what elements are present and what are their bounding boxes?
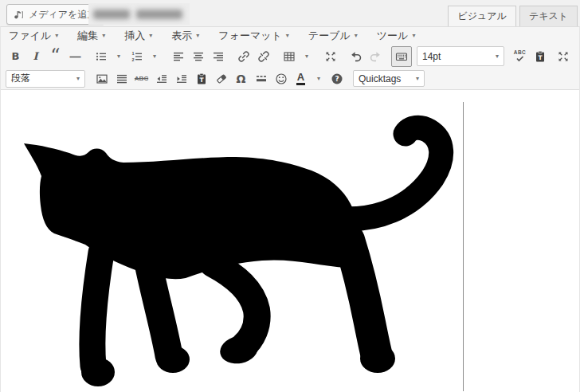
text-color-button[interactable]: A [291,69,311,88]
outdent-button[interactable] [151,69,171,88]
fullscreen-button[interactable] [320,47,340,66]
page-break-icon [255,73,268,85]
menu-table[interactable]: テーブル ▾ [308,29,358,43]
paste-button[interactable]: T [191,69,211,88]
keyboard-icon [395,50,408,63]
remove-format-button[interactable] [211,69,231,88]
editor-mode-tabs: ビジュアル テキスト [448,6,578,26]
omega-icon: Ω [237,73,246,85]
visual-editor: ファイル ▾ 編集 ▾ 挿入 ▾ 表示 ▾ フォーマット ▾ テーブル ▾ ツー… [0,26,580,392]
undo-button[interactable] [346,47,366,66]
table-menu-button[interactable]: ▾ [299,47,315,66]
undo-icon [349,49,362,63]
table-button[interactable] [279,47,299,66]
unlink-button[interactable] [253,47,273,66]
strikethrough-icon: ABC [135,75,148,82]
link-icon [237,50,250,63]
align-left-icon [172,50,185,63]
tab-visual[interactable]: ビジュアル [448,6,515,26]
svg-text:T: T [538,53,543,61]
numbered-list-button[interactable]: 12 [127,47,147,66]
bullet-list-menu-button[interactable]: ▾ [111,47,127,66]
align-right-button[interactable] [208,47,228,66]
media-icon [13,9,25,21]
chevron-down-icon: ▾ [149,33,152,39]
justify-button[interactable] [112,69,131,88]
blurred-text [93,10,130,19]
menu-table-label: テーブル [308,29,351,43]
special-character-button[interactable]: Ω [231,69,251,88]
menu-file-label: ファイル [9,29,51,43]
paste-as-text-button[interactable]: T [530,47,550,66]
strikethrough-button[interactable]: ABC [131,69,151,88]
chevron-down-icon: ▾ [317,76,320,82]
toolbar-row-2: 段落 ▾ ABC [1,68,579,90]
text-color-menu-button[interactable]: ▾ [311,69,327,88]
chevron-down-icon: ▾ [305,53,308,60]
bullet-list-icon [95,50,108,63]
cat-image[interactable] [1,90,580,392]
spellcheck-icon: ABC [514,50,526,62]
quicktags-select[interactable]: Quicktags ▾ [353,70,425,87]
chevron-down-icon: ▾ [196,33,199,39]
add-media-label: メディアを追加 [29,8,96,22]
chevron-down-icon: ▾ [55,33,58,39]
menu-tools-label: ツール [377,29,409,43]
blockquote-icon: “ [50,52,60,61]
help-button[interactable]: ? [327,69,347,88]
chevron-down-icon: ▾ [496,53,499,60]
chevron-down-icon: ▾ [153,53,156,60]
chevron-down-icon: ▾ [102,33,105,39]
bold-icon: B [12,50,20,62]
tab-text[interactable]: テキスト [519,6,578,26]
image-icon [96,73,108,85]
editor-menubar: ファイル ▾ 編集 ▾ 挿入 ▾ 表示 ▾ フォーマット ▾ テーブル ▾ ツー… [1,27,579,45]
editor-content-area[interactable] [1,90,579,392]
horizontal-rule-button[interactable]: — [65,47,85,66]
fullscreen-icon [324,50,337,63]
page-break-button[interactable] [251,69,271,88]
align-center-button[interactable] [188,47,208,66]
menu-edit[interactable]: 編集 ▾ [77,29,105,43]
toolbar-toggle-button[interactable] [391,46,412,67]
bullet-list-button[interactable] [91,47,111,66]
editor-top-bar: メディアを追加 ビジュアル テキスト [0,0,580,26]
menu-file[interactable]: ファイル ▾ [9,29,58,43]
indent-icon [175,73,188,85]
redo-button[interactable] [366,47,386,66]
outdent-icon [155,73,168,85]
emoticons-button[interactable] [271,69,291,88]
chevron-down-icon: ▾ [355,33,358,39]
svg-text:1: 1 [131,51,134,56]
expand-arrows-icon [557,50,570,63]
chevron-down-icon: ▾ [286,33,289,39]
paragraph-format-select[interactable]: 段落 ▾ [6,70,85,88]
italic-button[interactable]: I [25,47,45,66]
blockquote-button[interactable]: “ [45,47,65,66]
menu-view[interactable]: 表示 ▾ [171,29,199,43]
menu-format-label: フォーマット [218,29,282,43]
align-center-icon [192,50,205,63]
spellcheck-button[interactable]: ABC [510,47,530,66]
align-left-button[interactable] [168,47,188,66]
bold-button[interactable]: B [6,47,25,66]
horizontal-rule-icon: — [70,50,81,63]
svg-text:2: 2 [131,57,134,61]
menu-insert[interactable]: 挿入 ▾ [124,29,152,43]
font-size-select[interactable]: 14pt ▾ [417,46,504,66]
font-size-value: 14pt [422,51,441,62]
smiley-icon [275,73,288,85]
indent-button[interactable] [171,69,191,88]
insert-image-button[interactable] [92,69,112,88]
menu-tools[interactable]: ツール ▾ [377,29,416,43]
numbered-list-menu-button[interactable]: ▾ [147,47,163,66]
link-button[interactable] [233,47,253,66]
menu-format[interactable]: フォーマット ▾ [218,29,289,43]
justify-icon [116,73,128,85]
chevron-down-icon: ▾ [412,33,415,39]
distraction-free-button[interactable] [553,47,573,66]
blurred-text [136,10,182,19]
chevron-down-icon: ▾ [117,53,120,60]
blurred-title-area [88,3,190,25]
paragraph-format-value: 段落 [11,72,30,85]
